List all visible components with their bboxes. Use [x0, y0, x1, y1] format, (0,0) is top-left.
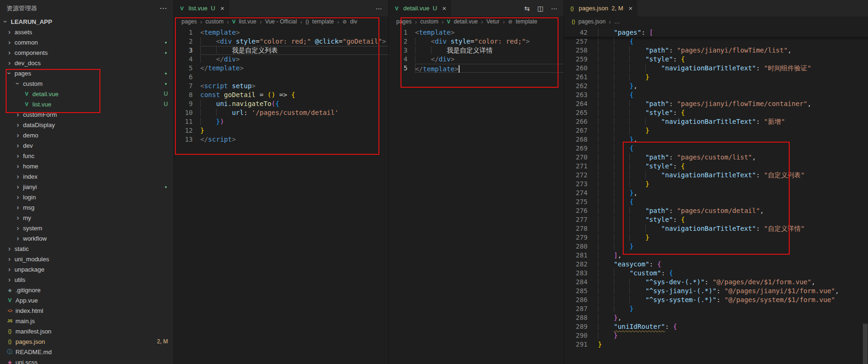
breadcrumb-item[interactable]: … — [614, 18, 620, 25]
tree-item-list.vue[interactable]: Vlist.vueU — [0, 99, 174, 109]
sticky-scroll-line[interactable]: 42 "pages": [ — [564, 28, 868, 37]
code-line[interactable]: 8const goDetail = () => { — [174, 91, 389, 99]
breadcrumb-item[interactable]: list.vue — [239, 18, 256, 25]
tree-item-static[interactable]: ›static — [0, 243, 174, 254]
code-line[interactable]: 268 }, — [564, 135, 868, 144]
code-line[interactable]: 265 "style": { — [564, 108, 868, 117]
code-line[interactable]: 261 } — [564, 73, 868, 82]
code-line[interactable]: 262 }, — [564, 82, 868, 91]
code-line[interactable]: 286 "^sys-system-(.*)": "@/pages/system/… — [564, 296, 868, 304]
tree-item-detail.vue[interactable]: Vdetail.vueU — [0, 89, 174, 99]
compare-icon[interactable]: ⇆ — [524, 5, 530, 12]
tree-item-.gitignore[interactable]: ◆.gitignore — [0, 285, 174, 295]
code-line[interactable]: 11 }) — [174, 117, 389, 126]
tree-item-index.html[interactable]: <>index.html — [0, 305, 174, 316]
code-line[interactable]: 290 } — [564, 331, 868, 340]
tab-pages.json[interactable]: {}pages.json2, M× — [564, 0, 638, 16]
tree-item-jianyi[interactable]: ›jianyi● — [0, 182, 174, 192]
tree-item-login[interactable]: ›login — [0, 192, 174, 202]
code-line[interactable]: 271 "style": { — [564, 162, 868, 171]
code-line[interactable]: 5</template> — [389, 64, 564, 73]
tab-list.vue[interactable]: Vlist.vueU× — [174, 0, 230, 16]
tree-item-components[interactable]: ›components● — [0, 47, 174, 58]
code-line[interactable]: 258 "path": "pages/jianyi/flowTime/list"… — [564, 46, 868, 55]
code-line[interactable]: 285 "^sys-jianyi-(.*)": "@/pages/jianyi/… — [564, 287, 868, 296]
breadcrumb-item[interactable]: custom — [205, 18, 224, 25]
code-line[interactable]: 289 "uniIdRouter": { — [564, 322, 868, 331]
code-line[interactable]: 266 "navigationBarTitleText": "新增" — [564, 117, 868, 126]
breadcrumb-item[interactable]: Vue - Official — [265, 18, 297, 25]
code-line[interactable]: 259 "style": { — [564, 55, 868, 64]
code-line[interactable]: 272 "navigationBarTitleText": "自定义列表" — [564, 171, 868, 180]
code-line[interactable]: 275 { — [564, 197, 868, 206]
code-line[interactable]: 5</template> — [174, 64, 389, 73]
tree-item-home[interactable]: ›home — [0, 161, 174, 171]
breadcrumb-item[interactable]: Vetur — [486, 18, 499, 25]
code-line[interactable]: 270 "path": "pages/custom/list", — [564, 153, 868, 162]
code-area[interactable]: 1<template>2 <div style="color: red;">3 … — [389, 27, 564, 364]
breadcrumb-item[interactable]: custom — [420, 18, 438, 25]
code-line[interactable]: 276 "path": "pages/custom/detail", — [564, 206, 868, 215]
code-line[interactable]: 2 <div style="color: red;" @click="goDet… — [174, 37, 389, 46]
tree-item-uni.scss[interactable]: ◈uni.scss — [0, 357, 174, 364]
code-line[interactable]: 6 — [174, 73, 389, 82]
tree-item-customForm[interactable]: ›customForm — [0, 109, 174, 120]
tree-item-pages.json[interactable]: {}pages.json2, M — [0, 336, 174, 347]
breadcrumb-item[interactable]: div — [350, 18, 357, 25]
explorer-more-actions-icon[interactable]: ⋯ — [159, 4, 167, 13]
code-line[interactable]: 287 } — [564, 304, 868, 313]
code-line[interactable]: 263 { — [564, 91, 868, 99]
code-line[interactable]: 274 }, — [564, 189, 868, 197]
tree-item-dev_docs[interactable]: ›dev_docs — [0, 58, 174, 68]
tree-item-index[interactable]: ›index — [0, 171, 174, 182]
breadcrumb-item[interactable]: template — [312, 18, 334, 25]
tree-item-utils[interactable]: ›utils — [0, 274, 174, 285]
tree-item-main.js[interactable]: JSmain.js — [0, 316, 174, 326]
code-line[interactable]: 260 "navigationBarTitleText": "时间组件验证" — [564, 64, 868, 73]
code-area[interactable]: 1<template>2 <div style="color: red;" @c… — [174, 27, 389, 364]
code-line[interactable]: 273 } — [564, 180, 868, 189]
code-line[interactable]: 288 }, — [564, 313, 868, 322]
tree-item-manifest.json[interactable]: {}manifest.json — [0, 326, 174, 336]
tree-item-uni_modules[interactable]: ›uni_modules — [0, 254, 174, 264]
tree-item-unpackage[interactable]: ›unpackage — [0, 264, 174, 274]
code-line[interactable]: 3 我是自定义详情 — [389, 46, 564, 55]
code-line[interactable]: 4 </div> — [389, 55, 564, 64]
close-tab-icon[interactable]: × — [628, 4, 633, 12]
code-line[interactable]: 7<script setup> — [174, 82, 389, 91]
code-line[interactable]: 278 "navigationBarTitleText": "自定义详情" — [564, 224, 868, 233]
code-line[interactable]: 9 uni.navigateTo({ — [174, 99, 389, 108]
code-line[interactable]: 12} — [174, 126, 389, 135]
tree-item-pages[interactable]: ›pages● — [0, 68, 174, 78]
tree-item-msg[interactable]: ›msg — [0, 202, 174, 212]
tree-item-demo[interactable]: ›demo — [0, 130, 174, 140]
code-line[interactable]: 13</script> — [174, 135, 389, 144]
code-line[interactable]: 2 <div style="color: red;"> — [389, 37, 564, 46]
code-line[interactable]: 279 } — [564, 233, 868, 242]
code-line[interactable]: 4 </div> — [174, 55, 389, 64]
breadcrumb-item[interactable]: template — [516, 18, 537, 25]
code-line[interactable]: 277 "style": { — [564, 215, 868, 224]
breadcrumb-item[interactable]: pages — [396, 18, 412, 25]
tree-item-custom[interactable]: ›custom● — [0, 78, 174, 89]
tree-item-common[interactable]: ›common● — [0, 37, 174, 47]
tree-item-workflow[interactable]: ›workflow — [0, 233, 174, 243]
tree-item-dev[interactable]: ›dev — [0, 140, 174, 151]
tree-root-learun-app[interactable]: › LEARUN_APP — [0, 16, 174, 27]
code-line[interactable]: 264 "path": "pages/jianyi/flowTime/conta… — [564, 99, 868, 108]
code-line[interactable]: 257 { — [564, 37, 868, 46]
code-line[interactable]: 3 我是自定义列表 — [174, 46, 389, 55]
tree-item-assets[interactable]: ›assets — [0, 27, 174, 37]
scrollbar-thumb[interactable] — [863, 324, 868, 364]
close-tab-icon[interactable]: × — [220, 4, 225, 12]
tree-item-App.vue[interactable]: VApp.vue — [0, 295, 174, 305]
code-line[interactable]: 282 "easycom": { — [564, 260, 868, 269]
code-line[interactable]: 1<template> — [389, 28, 564, 37]
code-line[interactable]: 280 } — [564, 242, 868, 251]
breadcrumb-item[interactable]: detail.vue — [453, 18, 477, 25]
tree-item-system[interactable]: ›system — [0, 223, 174, 233]
tree-item-func[interactable]: ›func — [0, 151, 174, 161]
code-line[interactable]: 10 url: '/pages/custom/detail' — [174, 108, 389, 117]
code-area[interactable]: 42 "pages": [257 {258 "path": "pages/jia… — [564, 27, 868, 364]
code-line[interactable]: 281 ], — [564, 251, 868, 260]
